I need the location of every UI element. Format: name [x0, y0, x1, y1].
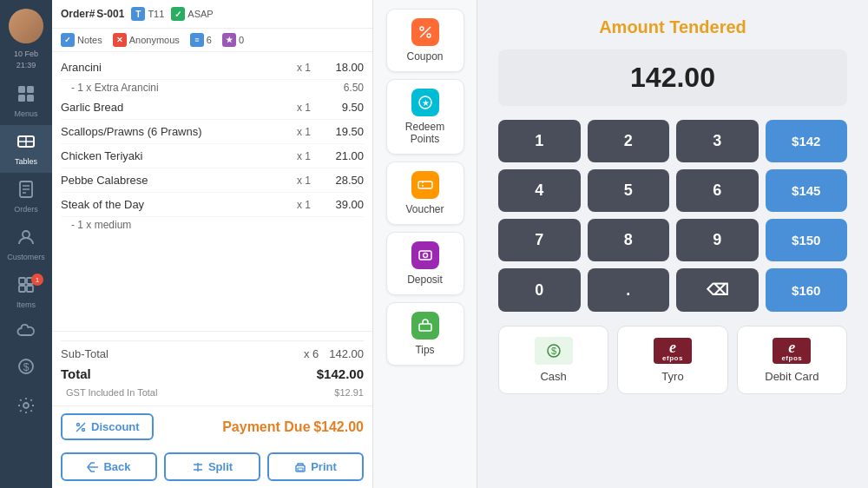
preset-btn-160[interactable]: $160: [766, 268, 848, 312]
tables-icon: [16, 132, 36, 155]
voucher-icon: [411, 171, 439, 199]
cash-icon: $: [535, 337, 573, 365]
redeem-points-icon: ★: [411, 89, 439, 116]
num-btn-0[interactable]: 0: [498, 268, 581, 312]
preset-btn-150[interactable]: $150: [766, 219, 848, 261]
sidebar-item-cloud[interactable]: [0, 316, 52, 350]
sidebar: 10 Feb 21:39 Menus Tables Orders Custome…: [0, 0, 52, 488]
sidebar-item-customers-label: Customers: [7, 253, 45, 261]
svg-rect-2: [18, 95, 25, 102]
num-btn-backspace[interactable]: ⌫: [676, 268, 759, 312]
tyro-icon: e efpos: [654, 337, 692, 365]
order-meta: ✓ Notes ✕ Anonymous ≡ 6 ★ 0: [52, 29, 372, 52]
redeem-points-button[interactable]: ★ Redeem Points: [386, 79, 464, 155]
preset-btn-145[interactable]: $145: [766, 169, 848, 212]
menus-icon: [16, 84, 36, 108]
notes-meta: ✓ Notes: [61, 33, 102, 47]
tips-button[interactable]: Tips: [386, 302, 464, 366]
num-btn-7[interactable]: 7: [498, 219, 581, 261]
numpad: 1 2 3 $142 4 5 6 $145 7 8 9 $150 0 . ⌫ $…: [498, 120, 847, 312]
order-totals: Sub-Total x 6 142.00 Total $142.00 GST I…: [52, 331, 372, 406]
sidebar-item-items[interactable]: 1 Items: [0, 268, 52, 316]
split-button[interactable]: Split: [164, 452, 260, 481]
sidebar-item-orders[interactable]: Orders: [0, 173, 52, 221]
num-btn-3[interactable]: 3: [676, 120, 759, 162]
tyro-button[interactable]: e efpos Tyro: [617, 326, 727, 394]
payment-due-value: $142.00: [313, 419, 364, 434]
subtotal-row: Sub-Total x 6 142.00: [61, 345, 364, 363]
sidebar-item-settings[interactable]: [0, 389, 52, 428]
num-btn-1[interactable]: 1: [498, 120, 581, 162]
dollar-icon: $: [16, 357, 36, 380]
cloud-icon: [16, 323, 36, 341]
coupon-icon: [411, 18, 439, 46]
num-btn-6[interactable]: 6: [676, 169, 759, 212]
order-header: Order#S-001 T T11 ✓ ASAP: [52, 0, 372, 29]
num-btn-8[interactable]: 8: [588, 219, 670, 261]
avatar: [9, 9, 43, 43]
tips-icon: [411, 312, 439, 340]
sidebar-item-tables[interactable]: Tables: [0, 125, 52, 173]
asap-badge: ✓ ASAP: [171, 7, 213, 21]
svg-point-27: [427, 34, 431, 37]
payment-methods: $ Cash e efpos Tyro e efpo: [498, 326, 847, 394]
table-row: Scallops/Prawns (6 Prawns) x 1 19.50: [61, 120, 364, 144]
sidebar-item-tables-label: Tables: [15, 157, 37, 166]
table-row: Chicken Teriyaki x 1 21.00: [61, 144, 364, 168]
count2-meta: ★ 0: [222, 33, 244, 47]
main-content: Order#S-001 T T11 ✓ ASAP ✓ Notes ✕ Anony…: [52, 0, 868, 488]
amount-display: 142.00: [498, 49, 847, 106]
coupon-button[interactable]: Coupon: [386, 9, 464, 72]
sidebar-item-items-label: Items: [16, 300, 36, 309]
svg-rect-3: [27, 95, 34, 102]
svg-point-34: [423, 254, 427, 258]
right-panel: Amount Tendered 142.00 1 2 3 $142 4 5 6 …: [477, 0, 868, 488]
svg-rect-1: [27, 86, 34, 93]
table-row: Arancini x 1 18.00: [61, 56, 364, 80]
sidebar-item-dollar[interactable]: $: [0, 350, 52, 389]
table-row: Garlic Bread x 1 9.50: [61, 96, 364, 120]
svg-point-20: [82, 428, 85, 431]
svg-rect-15: [27, 286, 33, 292]
num-btn-2[interactable]: 2: [588, 120, 670, 162]
list-item: - 1 x Extra Arancini 6.50: [61, 80, 364, 96]
customer-meta: ✕ Anonymous: [113, 33, 180, 47]
svg-point-11: [23, 231, 30, 238]
gear-icon: [16, 396, 36, 419]
svg-line-28: [420, 27, 431, 37]
back-button[interactable]: Back: [61, 452, 157, 481]
order-id: Order#S-001: [61, 8, 124, 20]
svg-rect-14: [19, 286, 25, 292]
discount-button[interactable]: Discount: [61, 413, 154, 440]
svg-text:$: $: [23, 361, 30, 373]
count1-icon: ≡: [190, 33, 204, 47]
amount-tendered-title: Amount Tendered: [498, 17, 847, 37]
count1-meta: ≡ 6: [190, 33, 212, 47]
print-button[interactable]: Print: [267, 452, 364, 481]
num-btn-4[interactable]: 4: [498, 169, 581, 212]
order-bottom-buttons: Back Split Print: [52, 447, 372, 488]
sidebar-datetime: 10 Feb 21:39: [14, 49, 38, 70]
customer-icon: ✕: [113, 33, 127, 47]
voucher-button[interactable]: Voucher: [386, 162, 464, 225]
table-badge: T T11: [131, 7, 164, 21]
sidebar-item-customers[interactable]: Customers: [0, 221, 52, 268]
num-btn-9[interactable]: 9: [676, 219, 759, 261]
customers-icon: [16, 228, 36, 251]
table-row: Pebbe Calabrese x 1 28.50: [61, 168, 364, 193]
sidebar-item-menus-label: Menus: [14, 109, 37, 118]
table-badge-icon: T: [131, 7, 145, 21]
order-panel: Order#S-001 T T11 ✓ ASAP ✓ Notes ✕ Anony…: [52, 0, 373, 488]
sidebar-item-menus[interactable]: Menus: [0, 77, 52, 125]
num-btn-5[interactable]: 5: [588, 169, 670, 212]
num-btn-dot[interactable]: .: [588, 268, 670, 312]
svg-point-18: [23, 403, 29, 408]
debit-card-button[interactable]: e efpos Debit Card: [737, 326, 847, 394]
preset-btn-142[interactable]: $142: [766, 120, 848, 162]
svg-line-21: [76, 423, 85, 432]
svg-rect-25: [298, 468, 303, 471]
cash-button[interactable]: $ Cash: [498, 326, 608, 394]
deposit-button[interactable]: Deposit: [386, 232, 464, 295]
payment-due-label: Payment Due $142.00: [222, 419, 364, 435]
svg-text:★: ★: [421, 98, 429, 108]
